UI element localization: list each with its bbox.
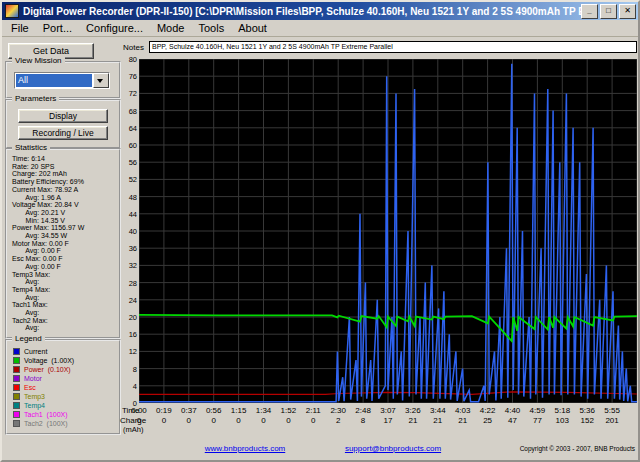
charge-tick: 2 <box>336 416 340 425</box>
legend-label: Current <box>24 348 47 355</box>
y-axis-label: 20 <box>115 313 137 322</box>
plot-area[interactable] <box>139 59 637 403</box>
charge-tick: 0 <box>211 416 215 425</box>
stat-line: Avg: 1.96 A <box>12 194 118 202</box>
time-tick: 2:30 <box>330 406 346 415</box>
y-axis-label: 36 <box>115 244 137 253</box>
stat-line: Charge: 202 mAh <box>12 170 118 178</box>
legend-items: CurrentVoltage (1.00X)Power (0.10X)Motor… <box>13 347 117 428</box>
parameters-group: Parameters Display Recording / Live <box>5 99 121 149</box>
chevron-down-icon[interactable] <box>93 73 109 88</box>
y-axis-label: 48 <box>115 193 137 202</box>
window-controls: _ □ ✕ <box>581 4 636 19</box>
minimize-button[interactable]: _ <box>581 4 598 19</box>
stat-line: Motor Max: 0.00 F <box>12 240 118 248</box>
time-tick: 4:59 <box>530 406 546 415</box>
legend-swatch <box>13 384 20 391</box>
y-axis-label: 44 <box>115 210 137 219</box>
time-tick: 1:15 <box>231 406 247 415</box>
menu-item-mode[interactable]: Mode <box>150 21 192 35</box>
menu-bar: FilePort...Configure...ModeToolsAbout <box>2 20 638 37</box>
charge-tick: 8 <box>361 416 365 425</box>
legend-label: Power (0.10X) <box>24 366 71 373</box>
y-axis-label: 76 <box>115 72 137 81</box>
legend-item-power-0-10x[interactable]: Power (0.10X) <box>13 365 117 374</box>
close-button[interactable]: ✕ <box>619 4 636 19</box>
legend-label: Motor <box>24 375 42 382</box>
time-tick: 0:37 <box>181 406 197 415</box>
time-tick: 2:11 <box>306 406 321 415</box>
time-tick: 0:19 <box>156 406 172 415</box>
content: Get Data View Mission All Parameters Dis… <box>2 37 638 460</box>
charge-axis-caption: Charge <box>120 416 146 425</box>
time-tick: 3:26 <box>405 406 421 415</box>
time-tick: 4:03 <box>455 406 471 415</box>
legend-label: Esc <box>24 384 36 391</box>
plot-svg[interactable] <box>139 59 637 403</box>
legend-item-tach2-100x[interactable]: Tach2 (100X) <box>13 419 117 428</box>
legend-item-temp3[interactable]: Temp3 <box>13 392 117 401</box>
time-tick: 3:07 <box>380 406 396 415</box>
stat-line: Avg: 20.21 V <box>12 209 118 217</box>
time-tick: 1:34 <box>256 406 272 415</box>
legend-item-tach1-100x[interactable]: Tach1 (100X) <box>13 410 117 419</box>
stat-line: Temp4 Max: <box>12 286 118 294</box>
maximize-button[interactable]: □ <box>600 4 617 19</box>
time-tick: 3:44 <box>430 406 446 415</box>
time-tick: 4:40 <box>505 406 521 415</box>
stat-line: Tach1 Max: <box>12 301 118 309</box>
charge-tick: 152 <box>581 416 594 425</box>
menu-item-configure[interactable]: Configure... <box>79 21 150 35</box>
y-axis-label: 64 <box>115 124 137 133</box>
menu-item-tools[interactable]: Tools <box>191 21 231 35</box>
stat-line: Avg: <box>12 309 118 317</box>
notes-label: Notes <box>123 43 144 52</box>
legend-item-esc[interactable]: Esc <box>13 383 117 392</box>
legend-swatch <box>13 348 20 355</box>
stat-line: Avg: <box>12 278 118 286</box>
charge-tick: 47 <box>508 416 517 425</box>
parameters-group-label: Parameters <box>12 94 59 103</box>
menu-item-file[interactable]: File <box>4 21 36 35</box>
bnb-website-link[interactable]: www.bnbproducts.com <box>205 444 285 453</box>
y-axis-label: 12 <box>115 347 137 356</box>
view-mission-group-label: View Mission <box>12 56 65 65</box>
legend-label: Voltage (1.00X) <box>24 357 74 364</box>
charge-tick: 0 <box>261 416 265 425</box>
stat-line: Avg: 34.55 W <box>12 232 118 240</box>
legend-group-label: Legend <box>12 334 45 343</box>
legend-item-temp4[interactable]: Temp4 <box>13 401 117 410</box>
legend-item-voltage-1-00x[interactable]: Voltage (1.00X) <box>13 356 117 365</box>
recording-live-button[interactable]: Recording / Live <box>18 126 108 140</box>
menu-item-port[interactable]: Port... <box>36 21 79 35</box>
time-tick: 0:56 <box>206 406 222 415</box>
legend-label: Tach2 (100X) <box>24 420 68 427</box>
y-axis-label: 32 <box>115 261 137 270</box>
legend-item-current[interactable]: Current <box>13 347 117 356</box>
y-axis-label: 24 <box>115 296 137 305</box>
view-mission-selected-value: All <box>16 74 92 87</box>
stat-line: Tach2 Max: <box>12 317 118 325</box>
charge-tick: 25 <box>483 416 492 425</box>
time-tick: 4:22 <box>480 406 496 415</box>
time-tick: 0:00 <box>131 406 147 415</box>
copyright-text: Copyright © 2003 - 2007, BNB Products <box>520 445 635 452</box>
view-mission-select[interactable]: All <box>14 72 110 89</box>
legend-swatch <box>13 357 20 364</box>
stat-line: Voltage Max: 20.84 V <box>12 201 118 209</box>
legend-item-motor[interactable]: Motor <box>13 374 117 383</box>
display-button[interactable]: Display <box>18 109 108 123</box>
time-tick: 1:52 <box>281 406 297 415</box>
y-axis-label: 80 <box>115 55 137 64</box>
statistics-lines: Time: 6:14Rate: 20 SPSCharge: 202 mAhBat… <box>12 155 118 332</box>
menu-item-about[interactable]: About <box>231 21 274 35</box>
legend-swatch <box>13 411 20 418</box>
charge-tick: 0 <box>187 416 191 425</box>
y-axis-label: 56 <box>115 158 137 167</box>
y-axis-label: 28 <box>115 279 137 288</box>
charge-tick: 0 <box>137 416 141 425</box>
support-email-link[interactable]: support@bnbproducts.com <box>345 444 441 453</box>
y-axis-label: 60 <box>115 141 137 150</box>
statistics-group-label: Statistics <box>12 143 50 152</box>
title-bar[interactable]: Digital Power Recorder (DPR-II-150) [C:\… <box>2 2 638 20</box>
